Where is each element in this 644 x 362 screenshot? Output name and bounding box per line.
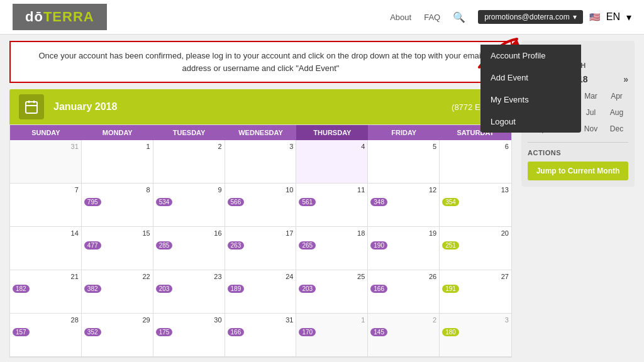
event-badge[interactable]: 191: [442, 285, 459, 293]
cal-cell-jan11[interactable]: 11561: [296, 184, 368, 226]
event-badge[interactable]: 477: [84, 241, 101, 250]
event-badge[interactable]: 166: [228, 328, 245, 336]
cal-cell-feb1[interactable]: 1170: [296, 314, 368, 356]
cal-cell-jan20[interactable]: 20251: [440, 227, 511, 270]
event-badge[interactable]: 203: [156, 285, 173, 293]
cal-cell-jan22[interactable]: 22382: [82, 270, 153, 313]
language-label[interactable]: EN: [606, 11, 620, 23]
cal-cell-jan7[interactable]: 7: [10, 184, 82, 226]
calendar-header: January 2018 (8772 Events): [9, 89, 512, 124]
cal-cell-jan5[interactable]: 5: [368, 140, 440, 183]
day-num: 26: [370, 273, 436, 280]
event-badge[interactable]: 561: [299, 198, 316, 206]
nav-area: About FAQ 🔍 promotions@doterra.com ▾ 🇺🇸 …: [390, 10, 631, 24]
nav-about[interactable]: About: [390, 13, 411, 22]
event-badge[interactable]: 263: [228, 241, 245, 250]
cal-cell-jan19[interactable]: 19190: [368, 227, 440, 270]
cal-cell-jan8[interactable]: 8795: [82, 184, 153, 226]
month-nov[interactable]: Nov: [579, 122, 602, 136]
event-badge[interactable]: 566: [228, 198, 245, 206]
cal-cell-jan18[interactable]: 18265: [296, 227, 368, 270]
cal-cell-jan14[interactable]: 14: [10, 227, 82, 270]
day-num: 24: [228, 273, 294, 280]
event-badge[interactable]: 180: [442, 328, 459, 336]
cal-cell-jan28[interactable]: 28157: [10, 314, 82, 356]
cal-cell-jan15[interactable]: 15477: [82, 227, 153, 270]
cal-cell-jan6[interactable]: 6: [440, 140, 511, 183]
event-badge[interactable]: 157: [13, 328, 30, 336]
cal-cell-jan12[interactable]: 12348: [368, 184, 440, 226]
event-badge[interactable]: 354: [442, 198, 459, 206]
day-num: 22: [84, 273, 150, 280]
instruction-text: Once your account has been confirmed, pl…: [38, 51, 482, 73]
month-aug[interactable]: Aug: [605, 106, 628, 119]
cal-cell-jan21[interactable]: 21182: [10, 270, 82, 313]
event-badge[interactable]: 170: [299, 328, 316, 336]
cal-cell-jan17[interactable]: 17263: [225, 227, 297, 270]
day-name-tuesday: TUESDAY: [153, 125, 225, 140]
day-num: 19: [370, 229, 436, 237]
cal-cell-jan26[interactable]: 26166: [368, 270, 440, 313]
day-num: 27: [442, 273, 509, 280]
event-badge[interactable]: 190: [370, 241, 387, 250]
dropdown-add-event[interactable]: Add Event: [480, 67, 581, 89]
event-badge[interactable]: 182: [13, 285, 30, 293]
event-badge[interactable]: 175: [156, 328, 173, 336]
day-num: 17: [228, 229, 294, 237]
dropdown-logout[interactable]: Logout: [480, 111, 581, 133]
cal-cell-jan16[interactable]: 16285: [153, 227, 225, 270]
cal-cell-jan9[interactable]: 9534: [153, 184, 225, 226]
user-dropdown[interactable]: promotions@doterra.com ▾: [478, 10, 583, 24]
event-badge[interactable]: 352: [84, 328, 101, 336]
cal-cell-jan29[interactable]: 29352: [82, 314, 153, 356]
month-apr[interactable]: Apr: [605, 89, 628, 103]
event-badge[interactable]: 285: [156, 241, 173, 250]
cal-cell-dec31[interactable]: 31: [10, 140, 82, 183]
nav-faq[interactable]: FAQ: [424, 13, 440, 22]
cal-cell-jan3[interactable]: 3: [225, 140, 297, 183]
event-badge[interactable]: 203: [299, 285, 316, 293]
cal-cell-feb3[interactable]: 3180: [440, 314, 511, 356]
event-badge[interactable]: 189: [228, 285, 245, 293]
event-badge[interactable]: 534: [156, 198, 173, 206]
next-year-button[interactable]: »: [623, 74, 628, 84]
event-badge[interactable]: 795: [84, 198, 101, 206]
day-num: 20: [442, 229, 509, 237]
cal-cell-jan30[interactable]: 30175: [153, 314, 225, 356]
dropdown-account-profile[interactable]: Account Profile: [480, 45, 581, 67]
day-num: 25: [299, 273, 365, 280]
month-jul[interactable]: Jul: [579, 106, 602, 119]
cal-cell-jan2[interactable]: 2: [153, 140, 225, 183]
actions-title: ACTIONS: [528, 149, 628, 156]
calendar-svg-icon: [24, 99, 39, 114]
day-num: 30: [156, 316, 222, 324]
cal-cell-jan10[interactable]: 10566: [225, 184, 297, 226]
jump-to-current-month-button[interactable]: Jump to Current Month: [528, 162, 628, 180]
lang-arrow: ▾: [626, 11, 631, 23]
day-num: 1: [84, 143, 150, 150]
cal-cell-jan24[interactable]: 24189: [225, 270, 297, 313]
header: dōTERRA About FAQ 🔍 promotions@doterra.c…: [0, 0, 644, 35]
event-badge[interactable]: 348: [370, 198, 387, 206]
day-num: 7: [13, 186, 79, 194]
event-badge[interactable]: 265: [299, 241, 316, 250]
cal-cell-jan31[interactable]: 31166: [225, 314, 297, 356]
calendar-week-5: 28157 29352 30175 31166 1170 2145 3180: [10, 314, 511, 357]
day-num: 21: [13, 273, 79, 280]
cal-cell-jan25[interactable]: 25203: [296, 270, 368, 313]
event-badge[interactable]: 145: [370, 328, 387, 336]
cal-cell-feb2[interactable]: 2145: [368, 314, 440, 356]
search-icon[interactable]: 🔍: [453, 11, 465, 23]
month-dec[interactable]: Dec: [605, 122, 628, 136]
event-badge[interactable]: 382: [84, 285, 101, 293]
cal-cell-jan13[interactable]: 13354: [440, 184, 511, 226]
dropdown-my-events[interactable]: My Events: [480, 89, 581, 111]
cal-cell-jan4[interactable]: 4: [296, 140, 368, 183]
cal-cell-jan1[interactable]: 1: [82, 140, 153, 183]
day-num: 18: [299, 229, 365, 237]
event-badge[interactable]: 251: [442, 241, 459, 250]
event-badge[interactable]: 166: [370, 285, 387, 293]
cal-cell-jan23[interactable]: 23203: [153, 270, 225, 313]
month-mar[interactable]: Mar: [579, 89, 602, 103]
cal-cell-jan27[interactable]: 27191: [440, 270, 511, 313]
